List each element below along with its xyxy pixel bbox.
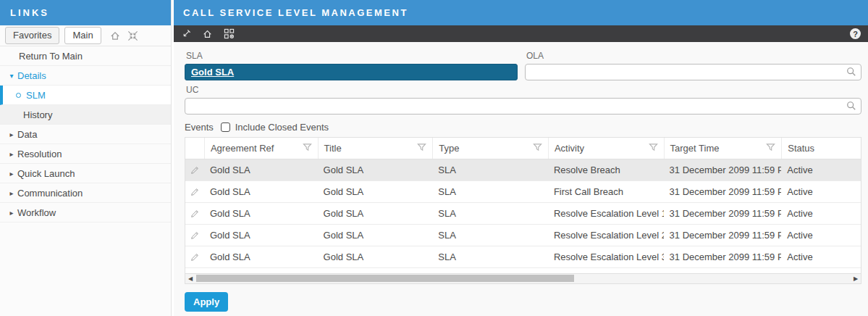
- header-target-time[interactable]: Target Time: [664, 138, 782, 159]
- cell-status: Active: [781, 181, 861, 202]
- cell-type: SLA: [432, 181, 548, 202]
- chevron-right-icon: ▸: [6, 189, 17, 197]
- cell-activity: Resolve Escalation Level 1: [548, 203, 664, 224]
- page-title: CALL SERVICE LEVEL MANAGEMENT: [174, 0, 868, 25]
- help-icon[interactable]: ?: [850, 28, 861, 39]
- cell-title: Gold SLA: [318, 203, 433, 224]
- edit-pencil-icon[interactable]: [190, 252, 200, 262]
- scroll-right-arrow-icon[interactable]: ▶: [851, 274, 861, 283]
- cell-activity: Resolve Breach: [548, 159, 664, 180]
- ola-label: OLA: [526, 51, 861, 61]
- scroll-left-arrow-icon[interactable]: ◀: [185, 274, 195, 283]
- edit-pencil-icon[interactable]: [190, 187, 200, 197]
- sidebar-nav: Return To Main ▾ Details SLM History ▸ D…: [0, 46, 171, 223]
- filter-icon[interactable]: [649, 143, 658, 154]
- cell-status: Active: [781, 246, 861, 267]
- filter-icon[interactable]: [533, 143, 542, 154]
- include-closed-checkbox[interactable]: [221, 122, 230, 132]
- header-activity[interactable]: Activity: [548, 138, 664, 159]
- header-agreement-ref[interactable]: Agreement Ref: [204, 138, 318, 159]
- sidebar-item-communication[interactable]: ▸ Communication: [0, 183, 171, 203]
- sla-value-link[interactable]: Gold SLA: [191, 67, 234, 78]
- pin-icon[interactable]: [181, 29, 191, 39]
- cell-status: Active: [781, 159, 861, 180]
- toolbar: ?: [174, 25, 868, 42]
- header-type[interactable]: Type: [432, 138, 548, 159]
- cell-target-time: 31 December 2099 11:59 PM: [664, 203, 782, 224]
- search-icon[interactable]: [846, 67, 856, 80]
- sla-field[interactable]: Gold SLA: [185, 64, 518, 80]
- uc-input[interactable]: [185, 98, 861, 115]
- cell-agreement-ref: Gold SLA: [204, 159, 318, 180]
- form-area: SLA Gold SLA OLA UC: [174, 42, 868, 312]
- cell-target-time: 31 December 2099 11:59 PM: [664, 159, 782, 180]
- chevron-down-icon: ▾: [6, 72, 17, 80]
- horizontal-scrollbar[interactable]: ◀ ▶: [185, 274, 861, 284]
- sidebar-item-return-to-main[interactable]: Return To Main: [0, 46, 171, 66]
- cell-title: Gold SLA: [318, 159, 433, 180]
- events-table: Agreement Ref Title Type Activity: [185, 137, 861, 274]
- filter-icon[interactable]: [417, 143, 426, 154]
- cell-target-time: 31 December 2099 11:59 PM: [664, 225, 782, 246]
- table-row[interactable]: Gold SLA Gold SLA SLA Resolve Escalation…: [185, 246, 861, 268]
- chevron-right-icon: ▸: [6, 170, 17, 178]
- scrollbar-thumb[interactable]: [196, 275, 574, 282]
- edit-pencil-icon[interactable]: [190, 165, 200, 175]
- cell-activity: Resolve Escalation Level 3: [548, 246, 664, 267]
- search-icon[interactable]: [846, 101, 856, 114]
- collapse-icon[interactable]: [127, 30, 138, 41]
- cell-agreement-ref: Gold SLA: [204, 181, 318, 202]
- cell-agreement-ref: Gold SLA: [204, 225, 318, 246]
- tab-favorites[interactable]: Favorites: [5, 27, 59, 44]
- cell-agreement-ref: Gold SLA: [204, 203, 318, 224]
- home-icon[interactable]: [109, 30, 121, 41]
- sidebar-item-data[interactable]: ▸ Data: [0, 125, 171, 144]
- cell-type: SLA: [432, 246, 548, 267]
- tab-main[interactable]: Main: [64, 27, 101, 44]
- header-status[interactable]: Status: [781, 138, 861, 159]
- apply-button[interactable]: Apply: [185, 292, 228, 312]
- sidebar-title: LINKS: [0, 0, 171, 25]
- sidebar-item-resolution[interactable]: ▸ Resolution: [0, 144, 171, 164]
- cell-type: SLA: [432, 203, 548, 224]
- chevron-right-icon: ▸: [6, 209, 17, 217]
- header-title[interactable]: Title: [318, 138, 433, 159]
- cell-target-time: 31 December 2099 11:59 PM: [664, 181, 782, 202]
- cell-status: Active: [781, 203, 861, 224]
- table-row[interactable]: Gold SLA Gold SLA SLA Resolve Escalation…: [185, 225, 861, 246]
- grid-settings-icon[interactable]: [224, 28, 235, 39]
- sidebar-tab-row: Favorites Main: [0, 25, 171, 46]
- sidebar-item-quick-launch[interactable]: ▸ Quick Launch: [0, 164, 171, 183]
- main-panel: CALL SERVICE LEVEL MANAGEMENT ? SLA: [174, 0, 868, 316]
- sidebar-item-slm[interactable]: SLM: [0, 86, 171, 105]
- table-row[interactable]: Gold SLA Gold SLA SLA Resolve Escalation…: [185, 203, 861, 225]
- edit-pencil-icon[interactable]: [190, 209, 200, 219]
- sidebar-item-details[interactable]: ▾ Details: [0, 66, 171, 86]
- cell-target-time: 31 December 2099 11:59 PM: [664, 246, 782, 267]
- events-label: Events: [185, 122, 214, 133]
- chevron-right-icon: ▸: [6, 130, 17, 138]
- include-closed-label: Include Closed Events: [235, 122, 329, 133]
- ola-input[interactable]: [525, 64, 861, 80]
- filter-icon[interactable]: [303, 143, 312, 154]
- sidebar-item-history[interactable]: History: [0, 105, 171, 125]
- uc-label: UC: [186, 85, 861, 95]
- cell-title: Gold SLA: [318, 225, 433, 246]
- cell-type: SLA: [432, 159, 548, 180]
- edit-pencil-icon[interactable]: [190, 230, 200, 241]
- circle-bullet-icon: [16, 93, 21, 98]
- events-table-body: Gold SLA Gold SLA SLA Resolve Breach 31 …: [185, 159, 861, 268]
- table-row[interactable]: Gold SLA Gold SLA SLA Resolve Breach 31 …: [185, 159, 861, 181]
- cell-activity: Resolve Escalation Level 2: [548, 225, 664, 246]
- home-icon[interactable]: [202, 29, 213, 39]
- chevron-right-icon: ▸: [6, 150, 17, 158]
- table-row[interactable]: Gold SLA Gold SLA SLA First Call Breach …: [185, 181, 861, 203]
- cell-title: Gold SLA: [318, 181, 433, 202]
- sla-label: SLA: [186, 51, 518, 61]
- sidebar-item-workflow[interactable]: ▸ Workflow: [0, 203, 171, 223]
- cell-activity: First Call Breach: [548, 181, 664, 202]
- app-window: LINKS Favorites Main Re: [0, 0, 868, 316]
- filter-icon[interactable]: [766, 143, 775, 154]
- links-sidebar: LINKS Favorites Main Re: [0, 0, 172, 316]
- cell-type: SLA: [432, 225, 548, 246]
